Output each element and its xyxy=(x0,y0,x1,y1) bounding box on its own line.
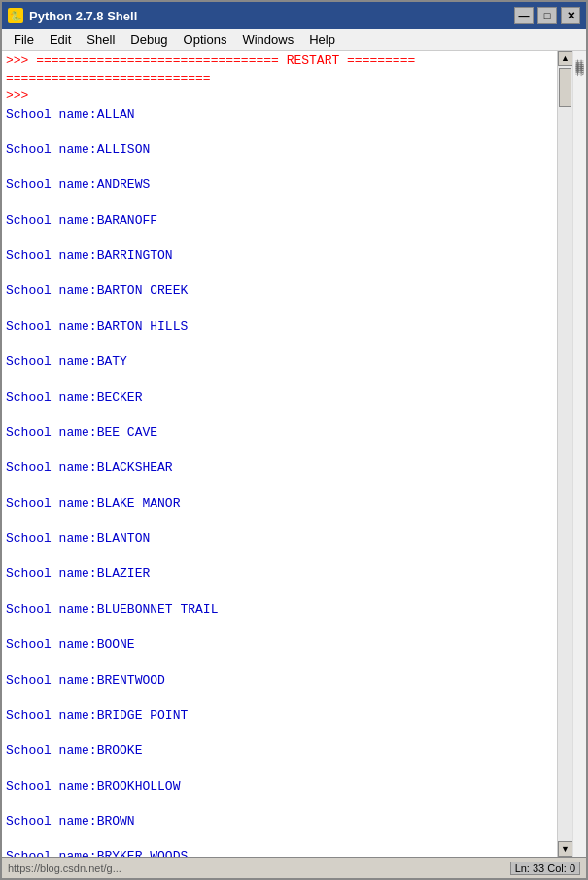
title-bar: 🐍 Python 2.7.8 Shell — □ ✕ xyxy=(2,2,586,29)
menu-bar: FileEditShellDebugOptionsWindowsHelp xyxy=(2,29,586,51)
school-label: School name: xyxy=(6,637,97,651)
school-name-value: BROWN xyxy=(97,814,135,828)
close-button[interactable]: ✕ xyxy=(561,7,580,24)
menu-item-debug[interactable]: Debug xyxy=(122,30,175,49)
status-url: https://blog.csdn.net/g... xyxy=(8,862,121,874)
school-line: School name:BLANTON xyxy=(6,530,553,547)
school-label: School name: xyxy=(6,814,97,828)
scroll-down-button[interactable]: ▼ xyxy=(558,841,573,857)
restart-line: >>> ================================ RES… xyxy=(6,53,553,70)
school-label: School name: xyxy=(6,177,97,192)
separator-line: =========================== xyxy=(6,70,553,88)
school-name-value: BRIDGE POINT xyxy=(97,708,189,722)
menu-item-options[interactable]: Options xyxy=(176,30,235,49)
school-line: School name:BLACKSHEAR xyxy=(6,459,553,476)
school-line: School name:BRENTWOOD xyxy=(6,672,553,689)
school-label: School name: xyxy=(6,425,97,440)
school-name-value: BROOKHOLLOW xyxy=(97,779,181,793)
school-label: School name: xyxy=(6,743,97,757)
school-label: School name: xyxy=(6,602,97,616)
school-label: School name: xyxy=(6,849,97,857)
school-line: School name:BROOKE xyxy=(6,742,553,759)
school-line: School name:BLAKE MANOR xyxy=(6,495,553,512)
side-decorations: 韩 韩 韩 韩 韩 xyxy=(572,51,586,857)
school-line: School name:ALLAN xyxy=(6,106,553,123)
school-name-value: BARTON HILLS xyxy=(97,319,189,334)
prompt-line: >>> xyxy=(6,88,553,105)
school-label: School name: xyxy=(6,779,97,793)
school-label: School name: xyxy=(6,248,97,263)
school-line: School name:BLUEBONNET TRAIL xyxy=(6,601,553,618)
status-position: Ln: 33 Col: 0 xyxy=(510,862,580,875)
school-label: School name: xyxy=(6,354,97,369)
menu-item-file[interactable]: File xyxy=(6,30,42,49)
school-name-value: ANDREWS xyxy=(97,177,151,192)
school-lines: School name:ALLANSchool name:ALLISONScho… xyxy=(6,106,553,857)
maximize-button[interactable]: □ xyxy=(537,7,557,24)
school-name-value: BARTON CREEK xyxy=(97,283,189,298)
school-label: School name: xyxy=(6,283,97,298)
shell-area: >>> ================================ RES… xyxy=(2,51,586,857)
vertical-scrollbar[interactable]: ▲ ▼ xyxy=(557,51,572,857)
school-line: School name:BROOKHOLLOW xyxy=(6,778,553,795)
school-name-value: BECKER xyxy=(97,390,143,405)
shell-content[interactable]: >>> ================================ RES… xyxy=(2,51,557,857)
school-name-value: BARRINGTON xyxy=(97,248,173,263)
menu-item-windows[interactable]: Windows xyxy=(234,30,301,49)
school-name-value: BOONE xyxy=(97,637,135,651)
school-line: School name:BARTON CREEK xyxy=(6,282,553,299)
school-label: School name: xyxy=(6,566,97,581)
school-line: School name:ALLISON xyxy=(6,141,553,158)
title-buttons: — □ ✕ xyxy=(514,7,580,24)
school-line: School name:BARTON HILLS xyxy=(6,318,553,335)
scroll-thumb[interactable] xyxy=(559,68,571,107)
school-line: School name:ANDREWS xyxy=(6,176,553,194)
window-title: Python 2.7.8 Shell xyxy=(29,9,137,23)
school-label: School name: xyxy=(6,213,97,228)
school-label: School name: xyxy=(6,107,97,122)
school-name-value: BLAKE MANOR xyxy=(97,496,181,510)
school-line: School name:BLAZIER xyxy=(6,565,553,582)
menu-item-help[interactable]: Help xyxy=(301,30,343,49)
title-bar-left: 🐍 Python 2.7.8 Shell xyxy=(8,8,137,23)
school-line: School name:BARANOFF xyxy=(6,212,553,229)
school-name-value: BARANOFF xyxy=(97,213,157,228)
school-name-value: BRYKER WOODS xyxy=(97,849,189,857)
menu-item-edit[interactable]: Edit xyxy=(42,30,79,49)
school-line: School name:BROWN xyxy=(6,813,553,830)
school-name-value: BLUEBONNET TRAIL xyxy=(97,602,219,616)
school-line: School name:BARRINGTON xyxy=(6,247,553,264)
school-name-value: BRENTWOOD xyxy=(97,673,165,687)
school-name-value: BROOKE xyxy=(97,743,143,757)
school-line: School name:BRYKER WOODS xyxy=(6,848,553,857)
school-name-value: BEE CAVE xyxy=(97,425,157,440)
school-name-value: ALLISON xyxy=(97,142,151,157)
school-label: School name: xyxy=(6,319,97,334)
scroll-up-button[interactable]: ▲ xyxy=(558,51,573,66)
school-label: School name: xyxy=(6,142,97,157)
school-label: School name: xyxy=(6,531,97,546)
school-name-value: BATY xyxy=(97,354,127,369)
school-name-value: ALLAN xyxy=(97,107,135,122)
school-label: School name: xyxy=(6,460,97,475)
school-name-value: BLAZIER xyxy=(97,566,151,581)
school-line: School name:BATY xyxy=(6,353,553,370)
school-label: School name: xyxy=(6,390,97,405)
school-line: School name:BRIDGE POINT xyxy=(6,707,553,724)
scroll-track[interactable] xyxy=(558,66,572,841)
school-name-value: BLANTON xyxy=(97,531,151,546)
school-line: School name:BECKER xyxy=(6,389,553,406)
python-icon: 🐍 xyxy=(8,8,23,23)
school-name-value: BLACKSHEAR xyxy=(97,460,173,475)
school-label: School name: xyxy=(6,708,97,722)
school-label: School name: xyxy=(6,673,97,687)
status-bar: https://blog.csdn.net/g... Ln: 33 Col: 0 xyxy=(2,857,586,878)
minimize-button[interactable]: — xyxy=(514,7,534,24)
school-line: School name:BOONE xyxy=(6,636,553,653)
school-label: School name: xyxy=(6,496,97,510)
menu-item-shell[interactable]: Shell xyxy=(79,30,122,49)
school-line: School name:BEE CAVE xyxy=(6,424,553,441)
main-window: 🐍 Python 2.7.8 Shell — □ ✕ FileEditShell… xyxy=(0,0,588,880)
